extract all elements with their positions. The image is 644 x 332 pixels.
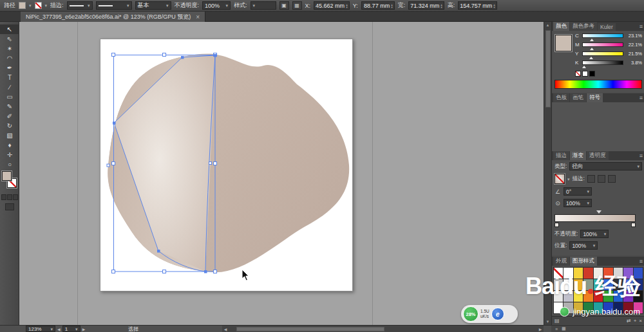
selection-tool[interactable]: ↖ <box>0 24 19 34</box>
tab-stroke[interactable]: 描边 <box>553 151 569 160</box>
channel-value[interactable]: 23.1% <box>625 33 642 39</box>
spinner-icon[interactable]: ▴▾ <box>346 3 348 8</box>
draw-inside-button[interactable] <box>13 194 18 200</box>
zoom-level-dropdown[interactable]: 123%▾ <box>26 326 55 332</box>
scroll-down-icon[interactable]: ▼ <box>546 318 550 325</box>
spinner-icon[interactable]: ▴▾ <box>391 3 393 8</box>
tab-brushes[interactable]: 画笔 <box>570 93 586 102</box>
channel-slider[interactable] <box>582 51 623 56</box>
tab-symbols[interactable]: 符号 <box>587 93 603 102</box>
gradient-slider[interactable] <box>554 210 642 227</box>
scroll-left-icon[interactable]: ◀ <box>222 327 229 331</box>
artwork-svg[interactable] <box>100 39 354 292</box>
magic-wand-tool[interactable]: ✶ <box>0 44 19 53</box>
gradient-bar[interactable] <box>554 214 636 222</box>
tab-graphic-styles[interactable]: 图形样式 <box>570 257 597 266</box>
slider-thumb[interactable] <box>582 66 586 68</box>
symbols-list[interactable] <box>552 102 644 151</box>
scrollbar-thumb[interactable] <box>545 30 551 107</box>
gradient-type-dropdown[interactable]: 径向▾ <box>569 162 642 171</box>
chevron-down-icon[interactable]: ▾ <box>29 3 32 8</box>
paintbrush-tool[interactable]: ✐ <box>0 111 19 121</box>
stroke-apply-along-icon[interactable] <box>598 175 605 183</box>
delete-style-icon[interactable]: × <box>639 318 642 324</box>
rotate-tool[interactable]: ↻ <box>0 121 19 131</box>
previous-artboard-icon[interactable]: ◀ <box>57 327 61 331</box>
tab-color-guide[interactable]: 颜色参考 <box>570 22 597 31</box>
artboard-number-dropdown[interactable]: 1▾ <box>62 326 80 332</box>
line-tool[interactable]: ∕ <box>0 82 19 92</box>
gradient-stop-end[interactable] <box>631 223 636 227</box>
screen-mode-button[interactable] <box>5 203 14 210</box>
tab-kuler[interactable]: Kuler <box>598 23 616 31</box>
stroke-apply-within-icon[interactable] <box>587 175 595 183</box>
chevron-down-icon[interactable]: ▾ <box>45 3 48 8</box>
tab-appearance[interactable]: 外观 <box>553 257 569 266</box>
white-swatch[interactable] <box>582 71 588 77</box>
draw-behind-button[interactable] <box>7 194 12 200</box>
stroke-apply-across-icon[interactable] <box>608 175 616 183</box>
fill-stroke-indicator[interactable] <box>2 171 17 189</box>
scrollbar-track[interactable] <box>229 326 537 332</box>
styles-library-icon[interactable]: ▤ <box>554 318 560 324</box>
panel-menu-icon[interactable]: ≡ <box>639 152 643 159</box>
color-spectrum-bar[interactable] <box>554 80 642 89</box>
new-style-icon[interactable]: + <box>634 318 637 324</box>
spinner-icon[interactable]: ▴▾ <box>493 3 495 8</box>
panel-menu-icon[interactable]: ≡ <box>555 327 558 331</box>
current-color-swatch[interactable] <box>555 35 572 51</box>
stroke-swatch[interactable] <box>35 2 42 9</box>
zoom-tool[interactable]: ○ <box>0 160 19 169</box>
channel-slider[interactable] <box>582 60 623 65</box>
scroll-right-icon[interactable]: ▶ <box>537 327 544 331</box>
gradient-opacity-dropdown[interactable]: 100%▾ <box>580 230 609 238</box>
break-link-icon[interactable]: ⇄ <box>627 318 631 324</box>
gradient-position-dropdown[interactable]: 100%▾ <box>569 241 598 250</box>
opacity-dropdown[interactable]: 100%▾ <box>202 1 231 10</box>
spinner-icon[interactable]: ▴▾ <box>440 3 442 8</box>
tab-color[interactable]: 颜色 <box>553 22 569 31</box>
browser-icon[interactable]: e <box>491 308 504 320</box>
aspect-ratio-dropdown[interactable]: 100%▾ <box>564 199 592 207</box>
brush-definition-dropdown[interactable]: 基本▾ <box>135 1 171 10</box>
y-field[interactable]: 88.77 mm▴▾ <box>361 1 395 10</box>
pen-tool[interactable]: ✒ <box>0 63 19 73</box>
none-swatch[interactable] <box>575 71 581 77</box>
panel-menu-icon[interactable]: ≡ <box>639 258 643 264</box>
fill-swatch[interactable] <box>19 2 26 9</box>
pencil-tool[interactable]: ✎ <box>0 102 19 111</box>
gradient-stop-start[interactable] <box>554 223 559 227</box>
panel-menu-icon[interactable]: ≡ <box>639 95 643 101</box>
type-tool[interactable]: T <box>0 73 19 82</box>
direct-selection-tool[interactable]: ⇖ <box>0 34 19 44</box>
eyedropper-tool[interactable]: ♦ <box>0 140 19 150</box>
tab-transparency[interactable]: 透明度 <box>587 151 609 160</box>
document-setup-icon[interactable]: ▣ <box>279 1 289 10</box>
horizontal-scrollbar[interactable]: ◀ ▶ <box>222 326 544 332</box>
scroll-up-icon[interactable]: ▲ <box>546 22 550 28</box>
tab-swatches[interactable]: 色板 <box>553 93 569 102</box>
blob-highlight-wedge[interactable] <box>114 55 215 272</box>
next-artboard-icon[interactable]: ▶ <box>82 327 86 331</box>
artboard[interactable] <box>100 39 353 291</box>
stroke-weight-dropdown[interactable]: ▾ <box>67 1 93 10</box>
panel-menu-icon[interactable]: ≡ <box>639 23 643 30</box>
document-tab[interactable]: NiPic_377395_e6e2abf5c06e8f6a.ai* @ 123%… <box>21 12 205 22</box>
height-field[interactable]: 154.757 mm▴▾ <box>458 1 497 10</box>
canvas-area[interactable] <box>19 22 544 325</box>
close-icon[interactable]: × <box>196 14 200 21</box>
gradient-midpoint-handle[interactable] <box>596 210 601 214</box>
x-field[interactable]: 45.662 mm▴▾ <box>314 1 350 10</box>
draw-normal-button[interactable] <box>1 194 6 200</box>
channel-value[interactable]: 22.1% <box>625 42 642 48</box>
channel-value[interactable]: 3.8% <box>625 60 642 66</box>
lasso-tool[interactable]: ◠ <box>0 53 19 63</box>
fill-color-swatch[interactable] <box>2 171 12 181</box>
chevron-down-icon[interactable]: ▾ <box>567 177 570 181</box>
gradient-fill-swatch[interactable] <box>554 174 565 184</box>
gradient-tool[interactable]: ▧ <box>0 131 19 140</box>
channel-value[interactable]: 21.5% <box>625 51 642 57</box>
align-icon[interactable]: ▦ <box>292 1 302 10</box>
channel-slider[interactable] <box>582 42 623 47</box>
rectangle-tool[interactable]: ▭ <box>0 92 19 102</box>
